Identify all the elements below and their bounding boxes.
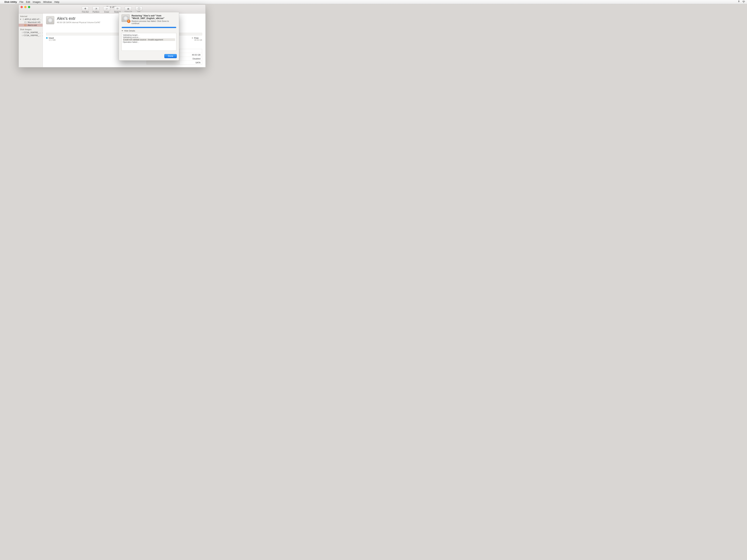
alert-badge-icon: ! <box>127 20 130 23</box>
hard-disk-icon <box>23 18 24 20</box>
desktop: Disk Utility File Edit Images Window Hel… <box>0 0 747 560</box>
restore-icon: ⟳ <box>114 6 121 10</box>
toolbar-first-aid[interactable]: ✚First Aid <box>80 6 90 13</box>
sidebar-volume-macintosh-hd[interactable]: Macintosh HD <box>19 21 43 24</box>
toolbar-erase[interactable]: ▱Erase <box>102 6 112 13</box>
eject-icon[interactable]: ⏏ <box>42 31 43 33</box>
log-line: Validating source… <box>123 36 140 38</box>
sidebar-volume-alexs-extr[interactable]: Alex's extr <box>19 24 43 27</box>
menu-edit[interactable]: Edit <box>26 1 30 3</box>
volume-icon <box>24 24 26 26</box>
sidebar-section-internal: Internal <box>19 15 43 18</box>
sidebar-disk-apple-hdd[interactable]: APPLE HDD HT… <box>19 18 43 21</box>
sidebar-image-ccsa-x86[interactable]: CCSA_X86FRE_… ⏏ <box>19 34 43 37</box>
used-swatch-icon <box>46 37 48 39</box>
hide-details-toggle[interactable]: Hide Details <box>122 30 176 32</box>
done-button[interactable]: Done <box>164 54 177 58</box>
disclosure-triangle-icon[interactable] <box>20 19 21 20</box>
progress-bar <box>122 27 176 28</box>
table-row: SATA <box>147 61 202 64</box>
volume-icon <box>24 22 26 23</box>
dialog-log: Validating target… Validating source… Co… <box>122 33 176 51</box>
restore-dialog: ! Restoring "Alex's extr" from "Win10_16… <box>119 12 179 60</box>
menubar: Disk Utility File Edit Images Window Hel… <box>0 0 747 4</box>
dialog-disk-icon: ! <box>122 15 130 23</box>
dialog-subtitle: Restore process has failed. Click Done t… <box>132 20 176 24</box>
disk-utility-window: Disk Utility ✚First Aid ◔Partition ▱Eras… <box>19 4 206 68</box>
usage-used: Used 12.3 MB <box>46 37 56 41</box>
bluetooth-icon[interactable] <box>738 0 740 3</box>
sidebar-image-ccsa-x64[interactable]: CCSA_X64FRE_… ⏏ <box>19 31 43 34</box>
sidebar-section-disk-images: Disk Images <box>19 28 43 31</box>
stethoscope-icon: ✚ <box>82 6 89 10</box>
info-icon: ⓘ <box>135 6 143 10</box>
dialog-title: Restoring "Alex's extr" from "Win10_1607… <box>132 15 176 20</box>
volume-subtitle: 49.56 GB SATA Internal Physical Volume E… <box>57 21 100 24</box>
log-line: Validating target… <box>123 34 139 36</box>
toolbar-partition[interactable]: ◔Partition <box>91 6 101 13</box>
eraser-icon: ▱ <box>103 6 110 10</box>
menu-images[interactable]: Images <box>33 1 41 3</box>
wifi-icon[interactable] <box>742 1 745 3</box>
eject-icon[interactable]: ⏏ <box>42 34 43 36</box>
usage-free: Free 49.55 GB <box>192 37 202 41</box>
disclosure-triangle-icon <box>122 30 123 31</box>
volume-name: Alex's extr <box>57 16 100 21</box>
menubar-app-name[interactable]: Disk Utility <box>4 1 17 3</box>
disk-image-icon <box>22 35 22 36</box>
menu-window[interactable]: Window <box>43 1 52 3</box>
volume-large-icon <box>46 16 54 24</box>
menu-help[interactable]: Help <box>54 1 59 3</box>
menu-file[interactable]: File <box>20 1 23 3</box>
eject-icon: ⏏ <box>125 6 132 10</box>
free-swatch-icon <box>192 37 193 39</box>
log-line-error: Could not validate source - Invalid argu… <box>123 38 175 41</box>
disk-image-icon <box>22 32 22 33</box>
log-line: Operation failed… <box>123 41 139 43</box>
pie-icon: ◔ <box>93 6 100 10</box>
sidebar: Internal APPLE HDD HT… Macintosh HD Alex… <box>19 14 43 67</box>
svg-point-0 <box>744 3 744 3</box>
